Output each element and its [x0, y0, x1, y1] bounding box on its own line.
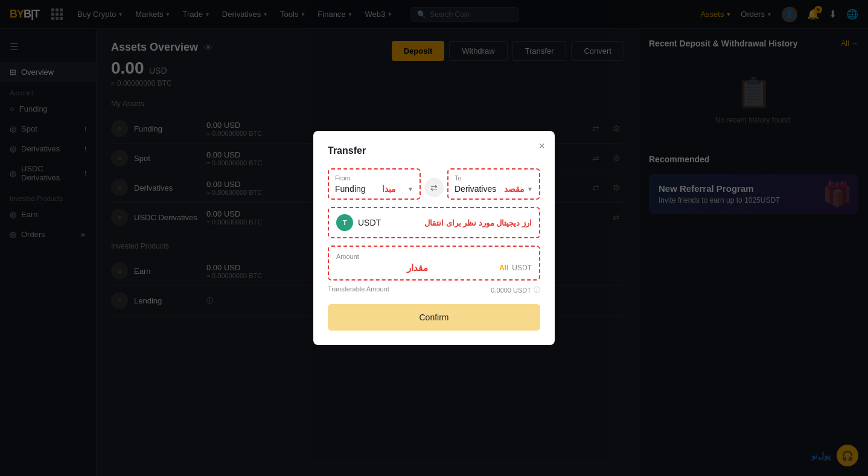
to-select[interactable]: Derivatives مقصد ▼ [455, 184, 533, 194]
transferable-amount: 0.0000 USDT [491, 287, 531, 294]
from-persian: مبدا [382, 184, 396, 194]
coin-left: T USDT [336, 214, 381, 231]
to-persian: مقصد [504, 184, 525, 194]
swap-icon: ⇄ [430, 183, 438, 192]
amount-unit: USDT [512, 264, 532, 272]
swap-button[interactable]: ⇄ [424, 178, 444, 197]
to-arrow: ▼ [527, 186, 533, 192]
from-arrow: ▼ [407, 186, 413, 192]
from-label: From [335, 174, 413, 182]
usdt-icon: T [336, 214, 353, 231]
to-value: Derivatives [455, 184, 496, 194]
transferable-value: 0.0000 USDT ⓘ [491, 285, 540, 294]
from-value: Funding [335, 184, 366, 194]
transfer-modal: Transfer × From Funding مبدا ▼ ⇄ To Deri… [313, 131, 555, 345]
amount-row: مقدار All USDT [336, 262, 532, 273]
modal-title: Transfer [328, 145, 540, 156]
amount-input[interactable]: مقدار [336, 262, 499, 273]
all-link[interactable]: All [499, 264, 508, 272]
transferable-info-icon: ⓘ [534, 285, 540, 294]
coin-persian: ارز دیجیتال مورد نظر برای انتقال [424, 218, 532, 227]
from-to-row: From Funding مبدا ▼ ⇄ To Derivatives مقص… [328, 168, 540, 200]
to-label: To [455, 174, 533, 182]
amount-right: All USDT [499, 264, 532, 272]
modal-close-button[interactable]: × [538, 141, 545, 151]
modal-overlay[interactable]: Transfer × From Funding مبدا ▼ ⇄ To Deri… [0, 0, 868, 476]
to-box[interactable]: To Derivatives مقصد ▼ [447, 168, 540, 200]
from-select[interactable]: Funding مبدا ▼ [335, 184, 413, 194]
transferable-row: Transferable Amount 0.0000 USDT ⓘ [328, 285, 540, 294]
coin-box[interactable]: T USDT ارز دیجیتال مورد نظر برای انتقال [328, 207, 540, 238]
from-box[interactable]: From Funding مبدا ▼ [328, 168, 421, 200]
coin-name: USDT [358, 218, 381, 227]
transferable-label: Transferable Amount [328, 285, 389, 294]
confirm-button[interactable]: Confirm [328, 304, 540, 331]
amount-label: Amount [336, 253, 532, 260]
amount-box[interactable]: Amount مقدار All USDT [328, 246, 540, 281]
